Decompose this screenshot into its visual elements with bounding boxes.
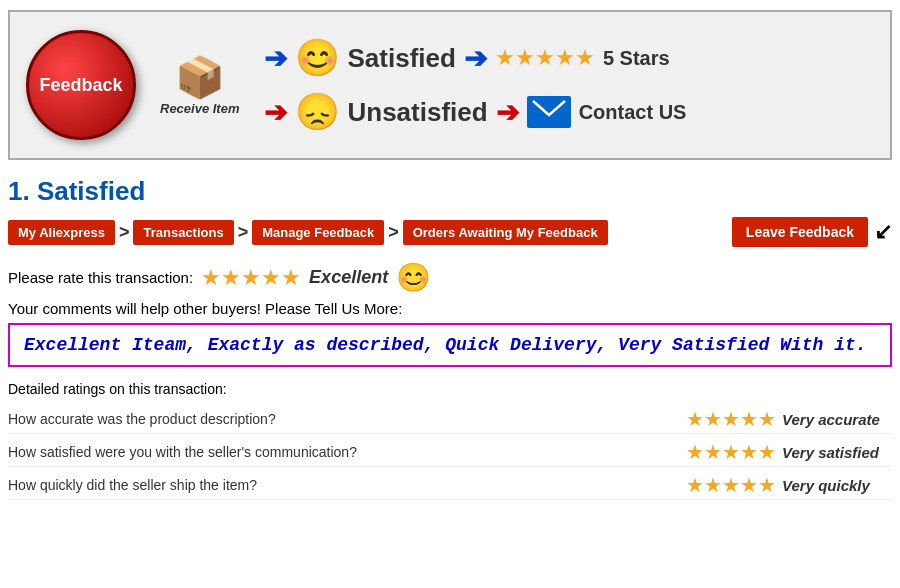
section-satisfied: 1. Satisfied My Aliexpress > Transaction… <box>0 170 900 510</box>
rating-answer-2: Very satisfied <box>782 444 892 461</box>
bc-my-aliexpress[interactable]: My Aliexpress <box>8 220 115 245</box>
arrow-right-red-1: ➔ <box>264 96 287 129</box>
rate-label: Please rate this transaction: <box>8 269 193 286</box>
bc-arrow-2: > <box>238 222 249 243</box>
bc-arrow-3: > <box>388 222 399 243</box>
rating-question-1: How accurate was the product description… <box>8 411 276 427</box>
happy-smiley-icon: 😊 <box>396 261 431 294</box>
unsatisfied-label: Unsatisfied <box>348 97 488 128</box>
email-icon <box>527 96 571 128</box>
rate-row: Please rate this transaction: ★★★★★ Exce… <box>8 261 892 294</box>
rating-stars-3: ★★★★★ <box>686 473 776 497</box>
bc-transactions[interactable]: Transactions <box>133 220 233 245</box>
bc-arrow-1: > <box>119 222 130 243</box>
package-icon: 📦 <box>175 54 225 101</box>
rating-answer-3: Very quickly <box>782 477 892 494</box>
comment-text: Excellent Iteam, Exactly as described, Q… <box>24 335 867 355</box>
rating-answer-1: Very accurate <box>782 411 892 428</box>
stars-label: 5 Stars <box>603 47 670 70</box>
receive-item-section: 📦 Receive Item <box>160 54 240 116</box>
satisfied-label: Satisfied <box>348 43 456 74</box>
rating-stars-1: ★★★★★ <box>686 407 776 431</box>
satisfied-path: ➔ 😊 Satisfied ➔ ★★★★★ 5 Stars <box>264 37 687 79</box>
bc-orders-awaiting[interactable]: Orders Awaiting My Feedback <box>403 220 608 245</box>
five-stars-icon: ★★★★★ <box>495 45 595 71</box>
unsatisfied-path: ➔ 😞 Unsatisfied ➔ Contact US <box>264 91 687 133</box>
comment-prompt: Your comments will help other buyers! Pl… <box>8 300 892 317</box>
breadcrumb-wrapper: My Aliexpress > Transactions > Manage Fe… <box>8 217 892 247</box>
section-title: 1. Satisfied <box>8 176 892 207</box>
excellent-label: Excellent <box>309 267 388 288</box>
top-banner: Feedback 📦 Receive Item ➔ 😊 Satisfied ➔ … <box>8 10 892 160</box>
contact-label: Contact US <box>579 101 687 124</box>
bc-manage-feedback[interactable]: Manage Feedback <box>252 220 384 245</box>
rating-right-2: ★★★★★ Very satisfied <box>686 440 892 464</box>
detailed-ratings-label: Detailed ratings on this transaction: <box>8 381 892 397</box>
arrow-right-blue-2: ➔ <box>464 42 487 75</box>
leave-feedback-arrow: ↙ <box>874 219 892 245</box>
receive-label: Receive Item <box>160 101 240 116</box>
rating-row-1: How accurate was the product description… <box>8 405 892 434</box>
feedback-button[interactable]: Feedback <box>26 30 136 140</box>
rating-question-3: How quickly did the seller ship the item… <box>8 477 257 493</box>
leave-feedback-button[interactable]: Leave Feedback <box>732 217 868 247</box>
leave-feedback-area: Leave Feedback ↙ <box>732 217 892 247</box>
arrow-right-blue-1: ➔ <box>264 42 287 75</box>
rating-question-2: How satisfied were you with the seller's… <box>8 444 357 460</box>
comment-box: Excellent Iteam, Exactly as described, Q… <box>8 323 892 367</box>
rating-right-1: ★★★★★ Very accurate <box>686 407 892 431</box>
arrow-right-red-2: ➔ <box>496 96 519 129</box>
breadcrumb: My Aliexpress > Transactions > Manage Fe… <box>8 220 608 245</box>
rate-stars: ★★★★★ <box>201 265 301 291</box>
unsatisfied-smiley: 😞 <box>295 91 340 133</box>
rating-row-2: How satisfied were you with the seller's… <box>8 438 892 467</box>
rating-stars-2: ★★★★★ <box>686 440 776 464</box>
satisfied-smiley: 😊 <box>295 37 340 79</box>
rating-right-3: ★★★★★ Very quickly <box>686 473 892 497</box>
banner-paths: ➔ 😊 Satisfied ➔ ★★★★★ 5 Stars ➔ 😞 Unsati… <box>264 37 687 133</box>
rating-row-3: How quickly did the seller ship the item… <box>8 471 892 500</box>
